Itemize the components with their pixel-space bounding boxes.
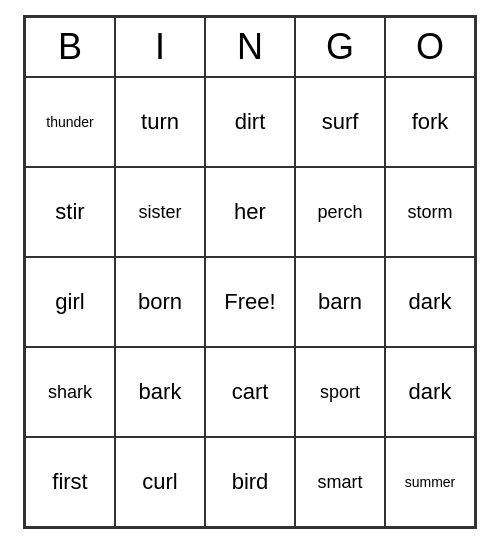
- bingo-cell-0-2: dirt: [205, 77, 295, 167]
- header-cell-g: G: [295, 17, 385, 77]
- bingo-cell-2-2: Free!: [205, 257, 295, 347]
- bingo-card: BINGO thunderturndirtsurfforkstirsisterh…: [23, 15, 477, 529]
- bingo-cell-2-1: born: [115, 257, 205, 347]
- bingo-cell-0-1: turn: [115, 77, 205, 167]
- bingo-row-1: stirsisterherperchstorm: [25, 167, 475, 257]
- bingo-grid: thunderturndirtsurfforkstirsisterherperc…: [25, 77, 475, 527]
- bingo-cell-3-0: shark: [25, 347, 115, 437]
- bingo-cell-1-4: storm: [385, 167, 475, 257]
- bingo-cell-4-4: summer: [385, 437, 475, 527]
- bingo-cell-3-2: cart: [205, 347, 295, 437]
- bingo-cell-3-4: dark: [385, 347, 475, 437]
- bingo-cell-4-2: bird: [205, 437, 295, 527]
- bingo-cell-1-2: her: [205, 167, 295, 257]
- bingo-cell-1-1: sister: [115, 167, 205, 257]
- bingo-cell-2-0: girl: [25, 257, 115, 347]
- bingo-cell-0-3: surf: [295, 77, 385, 167]
- bingo-cell-0-0: thunder: [25, 77, 115, 167]
- header-cell-i: I: [115, 17, 205, 77]
- bingo-cell-3-3: sport: [295, 347, 385, 437]
- bingo-cell-0-4: fork: [385, 77, 475, 167]
- header-cell-o: O: [385, 17, 475, 77]
- bingo-cell-4-3: smart: [295, 437, 385, 527]
- bingo-cell-2-4: dark: [385, 257, 475, 347]
- bingo-cell-3-1: bark: [115, 347, 205, 437]
- bingo-row-4: firstcurlbirdsmartsummer: [25, 437, 475, 527]
- bingo-header: BINGO: [25, 17, 475, 77]
- bingo-cell-4-1: curl: [115, 437, 205, 527]
- bingo-cell-1-0: stir: [25, 167, 115, 257]
- bingo-row-3: sharkbarkcartsportdark: [25, 347, 475, 437]
- bingo-row-0: thunderturndirtsurffork: [25, 77, 475, 167]
- bingo-row-2: girlbornFree!barndark: [25, 257, 475, 347]
- header-cell-n: N: [205, 17, 295, 77]
- bingo-cell-4-0: first: [25, 437, 115, 527]
- bingo-cell-2-3: barn: [295, 257, 385, 347]
- bingo-cell-1-3: perch: [295, 167, 385, 257]
- header-cell-b: B: [25, 17, 115, 77]
